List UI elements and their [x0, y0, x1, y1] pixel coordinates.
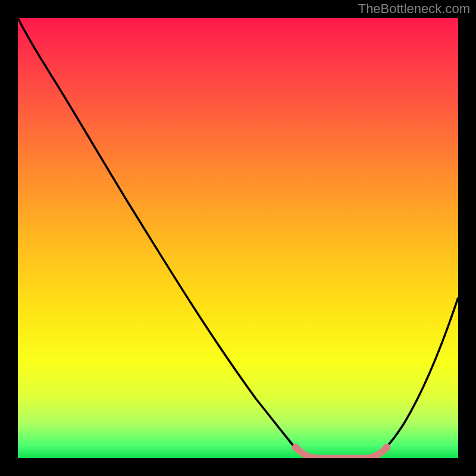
bottleneck-curve [18, 18, 458, 458]
highlight-start-dot [292, 444, 300, 452]
watermark-text: TheBottleneck.com [358, 1, 470, 17]
highlight-end-dot [383, 444, 391, 452]
curve-svg [18, 18, 458, 458]
plot-area [18, 18, 458, 458]
optimal-range-highlight [296, 447, 387, 458]
chart-container: TheBottleneck.com [0, 0, 476, 476]
